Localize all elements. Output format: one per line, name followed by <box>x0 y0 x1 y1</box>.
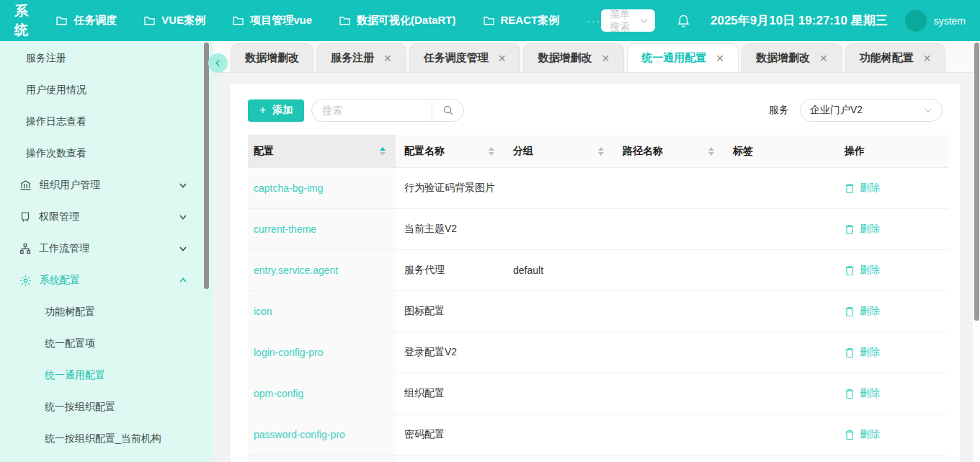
tab-item[interactable]: 任务调度管理✕ <box>409 43 521 72</box>
page-scrollbar-track <box>973 41 980 462</box>
sidebar-group-item[interactable]: 系统配置 <box>0 265 213 296</box>
table-search-group <box>311 99 464 122</box>
user-avatar[interactable] <box>905 10 927 32</box>
config-link[interactable]: icon <box>248 291 396 332</box>
tab-item[interactable]: 数据增删改✕ <box>741 43 842 72</box>
sidebar-item[interactable]: 操作日志查看 <box>0 106 213 138</box>
service-select[interactable]: 企业门户V2 <box>800 99 943 122</box>
sort-carets-icon[interactable] <box>489 147 494 156</box>
config-link[interactable]: captcha-bg-img <box>248 168 396 208</box>
table-header-row: 配置配置名称分组路径名称标签操作 <box>248 135 948 168</box>
tab-label: 服务注册 <box>331 51 374 65</box>
tab-item[interactable]: 数据增删改✕ <box>523 43 624 72</box>
nav-menu-item[interactable]: 项目管理vue <box>233 14 312 27</box>
delete-button[interactable]: 删除 <box>836 182 948 195</box>
config-link[interactable]: opm-config <box>248 373 396 414</box>
table-search-input[interactable] <box>312 99 432 121</box>
navbar-overflow-ellipsis[interactable]: ··· <box>587 15 601 27</box>
chevron-left-icon <box>214 59 222 67</box>
sidebar-item[interactable]: 用户使用情况 <box>0 74 213 106</box>
navbar-menu: 任务调度VUE案例项目管理vue数据可视化(DataRT)REACT案例 <box>56 14 587 27</box>
tab-item[interactable]: 数据增删改 <box>231 43 313 72</box>
bell-icon[interactable] <box>677 14 690 28</box>
trash-icon <box>845 430 855 440</box>
content-card: + 添加 服务 <box>231 84 960 462</box>
chevron-down-icon <box>924 106 932 115</box>
tab-item[interactable]: 功能树配置✕ <box>845 43 946 72</box>
username-label[interactable]: system <box>934 15 966 27</box>
service-filter: 服务 企业门户V2 <box>769 99 943 122</box>
table-row: captcha-bg-img行为验证码背景图片删除 <box>248 168 948 209</box>
sidebar-sub-item[interactable]: 统一通用配置 <box>0 360 213 391</box>
sidebar-sub-item-label: 功能树配置 <box>45 306 95 319</box>
table-column-header[interactable]: 路径名称 <box>614 135 724 167</box>
table-row: opm-config组织配置删除 <box>248 373 948 414</box>
tab-close-icon[interactable]: ✕ <box>923 53 932 63</box>
table-row: current-theme当前主题V2删除 <box>248 209 948 250</box>
nav-menu-item[interactable]: 任务调度 <box>56 14 117 27</box>
delete-button-label: 删除 <box>860 223 880 236</box>
sidebar-scrollbar[interactable] <box>204 43 209 289</box>
sidebar-group-item[interactable]: 组织用户管理 <box>0 169 213 201</box>
delete-button[interactable]: 删除 <box>836 305 948 318</box>
sort-carets-icon[interactable] <box>598 147 604 156</box>
config-link[interactable]: current-theme <box>248 209 396 249</box>
tab-active[interactable]: 统一通用配置✕ <box>627 43 739 72</box>
bank-icon <box>19 179 32 191</box>
table-column-header[interactable]: 配置名称 <box>396 135 504 167</box>
tab-close-icon[interactable]: ✕ <box>383 53 392 63</box>
trash-icon <box>845 388 855 399</box>
config-name-cell: 组织配置 <box>396 387 504 400</box>
content-area: + 添加 服务 <box>213 73 980 462</box>
sidebar-item[interactable]: 操作次数查看 <box>0 138 213 169</box>
sidebar-group-item[interactable]: 工作流管理 <box>0 233 213 265</box>
sidebar-sub-item[interactable]: 统一按组织配置_当前机构 <box>0 423 213 455</box>
sort-carets-icon[interactable] <box>380 147 386 156</box>
tab-close-icon[interactable]: ✕ <box>498 53 507 63</box>
config-name-cell: 登录配置V2 <box>396 346 504 359</box>
tab-label: 数据增删改 <box>538 51 592 65</box>
nav-menu-item-label: 任务调度 <box>74 14 117 27</box>
add-button[interactable]: + 添加 <box>248 99 304 122</box>
sidebar-item-label: 权限管理 <box>39 210 79 223</box>
config-table: 配置配置名称分组路径名称标签操作 captcha-bg-img行为验证码背景图片… <box>248 135 948 462</box>
column-header-label: 路径名称 <box>623 145 663 158</box>
delete-button[interactable]: 删除 <box>836 387 948 400</box>
delete-button[interactable]: 删除 <box>836 346 948 359</box>
sidebar-group-item[interactable]: 权限管理 <box>0 201 213 233</box>
tab-item[interactable]: 服务注册✕ <box>316 43 406 72</box>
sidebar-sub-item[interactable]: 功能树配置 <box>0 296 213 328</box>
sidebar-collapse-button[interactable] <box>208 53 228 73</box>
sidebar-item[interactable]: 服务注册 <box>0 43 213 74</box>
config-link[interactable]: entry.service.agent <box>248 250 396 290</box>
delete-button[interactable]: 删除 <box>836 428 948 441</box>
page-scrollbar-thumb[interactable] <box>974 43 979 321</box>
search-icon <box>442 105 454 116</box>
config-link[interactable]: login-config-pro <box>248 332 396 373</box>
search-button[interactable] <box>432 99 463 121</box>
app-screen: 系统 任务调度VUE案例项目管理vue数据可视化(DataRT)REACT案例 … <box>0 0 980 462</box>
tab-close-icon[interactable]: ✕ <box>819 53 828 63</box>
sidebar-sub-item[interactable]: 统一按组织配置 <box>0 391 213 423</box>
tab-close-icon[interactable]: ✕ <box>716 53 724 63</box>
table-column-header[interactable]: 分组 <box>504 135 614 167</box>
nav-menu-item[interactable]: REACT案例 <box>484 14 560 27</box>
tab-label: 功能树配置 <box>860 51 914 65</box>
sidebar-item-label: 系统配置 <box>40 274 80 287</box>
table-row: password-config-pro密码配置删除 <box>248 414 948 456</box>
nav-menu-item[interactable]: VUE案例 <box>144 14 205 27</box>
chevron-down-icon <box>179 213 187 221</box>
config-link[interactable]: password-config-pro <box>248 414 396 455</box>
menu-search-select[interactable]: 菜单搜索 <box>601 9 655 32</box>
tab-bar: 数据增删改服务注册✕任务调度管理✕数据增删改✕统一通用配置✕数据增删改✕功能树配… <box>213 41 980 73</box>
delete-button[interactable]: 删除 <box>836 223 948 236</box>
sidebar-item-label: 用户使用情况 <box>26 84 86 97</box>
sort-carets-icon[interactable] <box>708 147 714 156</box>
tab-close-icon[interactable]: ✕ <box>601 53 610 63</box>
nav-menu-item[interactable]: 数据可视化(DataRT) <box>339 14 456 27</box>
sidebar-sub-item[interactable]: 统一配置项 <box>0 328 213 360</box>
app-logo[interactable]: 系统 <box>14 2 35 40</box>
menu-search-placeholder: 菜单搜索 <box>610 8 640 34</box>
delete-button[interactable]: 删除 <box>836 264 948 277</box>
table-column-header[interactable]: 配置 <box>248 135 396 167</box>
